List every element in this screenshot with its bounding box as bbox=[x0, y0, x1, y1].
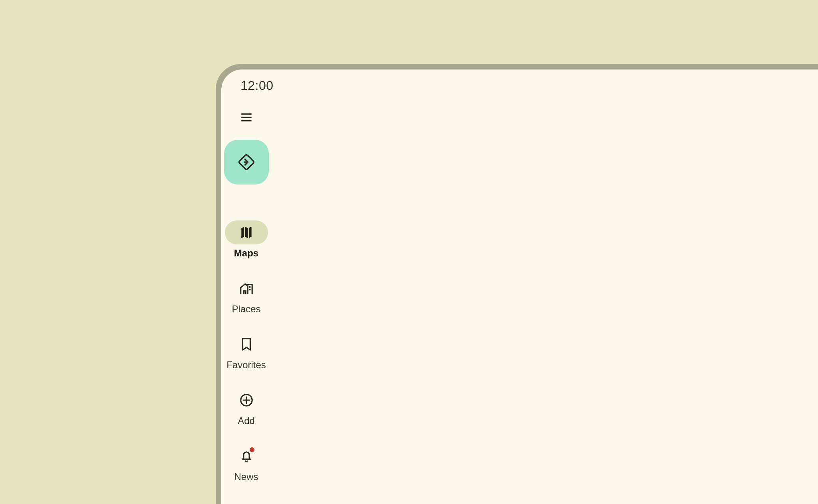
nav-pill-maps bbox=[225, 220, 268, 244]
nav-item-add[interactable]: Add bbox=[224, 388, 269, 427]
nav-pill-add bbox=[225, 388, 268, 412]
map-icon bbox=[239, 225, 254, 240]
plus-circle-icon bbox=[239, 393, 254, 408]
svg-point-4 bbox=[249, 287, 250, 288]
nav-pill-places bbox=[225, 276, 268, 300]
nav-item-news[interactable]: News bbox=[224, 444, 269, 482]
navigation-rail: Maps Places bbox=[221, 105, 271, 500]
menu-icon bbox=[240, 111, 253, 124]
nav-item-favorites[interactable]: Favorites bbox=[224, 332, 269, 371]
nav-label-maps: Maps bbox=[234, 248, 258, 259]
nav-pill-favorites bbox=[225, 332, 268, 356]
nav-item-maps[interactable]: Maps bbox=[224, 220, 269, 259]
statusbar-time: 12:00 bbox=[240, 78, 274, 93]
nav-label-favorites: Favorites bbox=[226, 359, 266, 371]
nav-label-news: News bbox=[234, 471, 258, 482]
fab-directions[interactable] bbox=[224, 140, 269, 185]
nav-label-add: Add bbox=[238, 415, 255, 427]
svg-point-5 bbox=[249, 289, 250, 290]
notification-badge bbox=[250, 447, 254, 452]
bookmark-icon bbox=[239, 337, 254, 352]
nav-pill-news bbox=[225, 444, 268, 468]
buildings-icon bbox=[239, 281, 254, 296]
menu-button[interactable] bbox=[235, 106, 258, 129]
screen: 12:00 bbox=[221, 69, 818, 504]
device-frame: 12:00 bbox=[216, 64, 818, 504]
directions-icon bbox=[238, 154, 255, 171]
nav-item-places[interactable]: Places bbox=[224, 276, 269, 315]
nav-label-places: Places bbox=[232, 304, 260, 315]
